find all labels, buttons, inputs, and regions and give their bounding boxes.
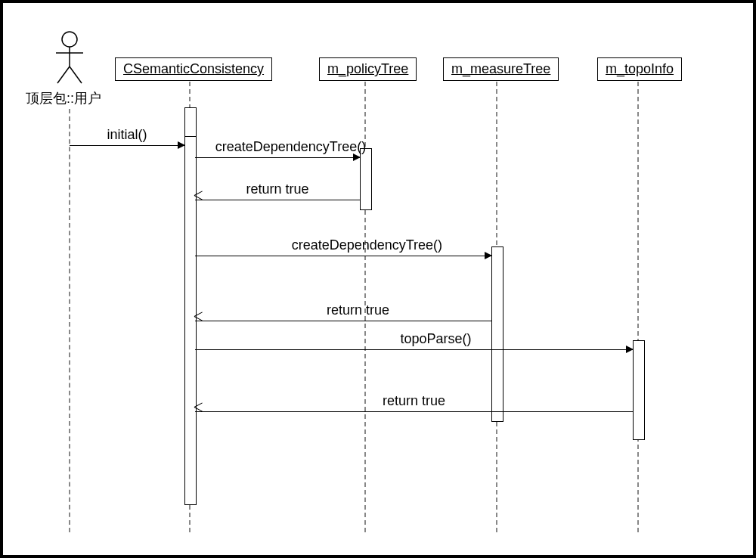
msg-label: createDependencyTree() [215, 139, 366, 155]
topo-lifeline [637, 82, 639, 532]
msg-return-measure: return true [195, 321, 491, 321]
msg-return-topo: return true [195, 411, 633, 412]
lifeline-topoinfo: m_topoInfo [597, 57, 682, 81]
msg-initial: initial() [70, 145, 184, 146]
user-lifeline [69, 109, 70, 532]
actor-icon [54, 30, 85, 85]
msg-label: topoParse() [400, 331, 471, 347]
lifeline-measuretree: m_measureTree [443, 57, 559, 81]
msg-label: initial() [107, 127, 147, 143]
svg-line-4 [70, 67, 82, 83]
policy-activation [360, 148, 372, 210]
msg-label: return true [383, 393, 445, 409]
sequence-diagram: 顶层包::用户 CSemanticConsistency m_policyTre… [0, 0, 756, 558]
svg-line-3 [57, 67, 70, 83]
arrowhead-icon [353, 153, 361, 161]
lifeline-policytree: m_policyTree [319, 57, 417, 81]
csc-preactivation [184, 107, 197, 138]
arrowhead-icon [626, 346, 634, 353]
topo-activation [633, 340, 645, 440]
msg-topoparse: topoParse() [195, 349, 633, 350]
measure-activation [491, 246, 503, 422]
msg-create-policy: createDependencyTree() [195, 157, 360, 158]
actor-user [54, 30, 85, 85]
msg-return-policy: return true [195, 200, 360, 200]
msg-label: return true [246, 181, 308, 197]
arrowhead-icon [178, 141, 185, 149]
msg-create-measure: createDependencyTree() [195, 256, 491, 256]
lifeline-csemantic: CSemanticConsistency [115, 57, 272, 81]
msg-label: createDependencyTree() [292, 237, 442, 253]
svg-point-0 [62, 32, 77, 47]
actor-label: 顶层包::用户 [26, 89, 101, 107]
arrowhead-icon [485, 252, 492, 259]
msg-label: return true [327, 302, 389, 318]
